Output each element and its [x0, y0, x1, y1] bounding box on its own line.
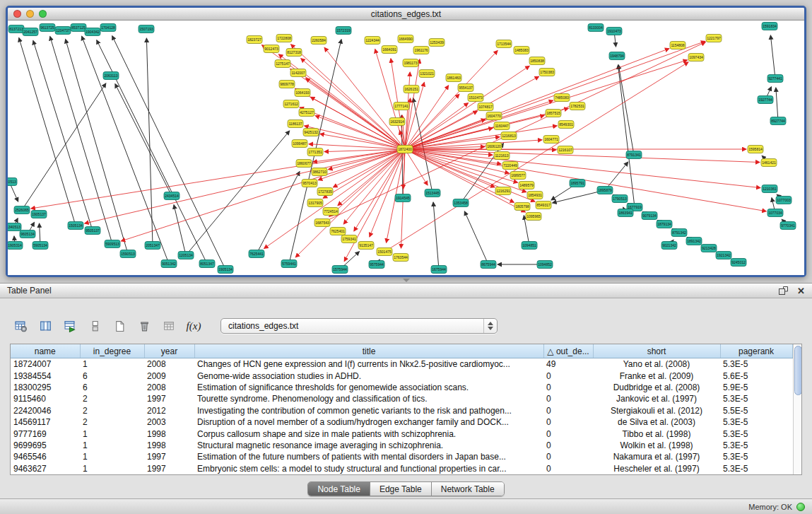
cell-out_degree[interactable]: 0: [543, 370, 593, 381]
graph-edge[interactable]: [22, 83, 106, 210]
graph-node[interactable]: 9135147: [358, 242, 374, 250]
graph-node[interactable]: 1216291: [495, 187, 511, 195]
cell-name[interactable]: 9465546: [11, 451, 80, 462]
cell-year[interactable]: 1997: [144, 463, 194, 474]
close-button[interactable]: [13, 10, 21, 18]
cell-in_degree[interactable]: 1: [80, 451, 144, 462]
cell-pagerank[interactable]: 5.3E-5: [720, 358, 792, 370]
cell-year[interactable]: 2003: [144, 416, 194, 428]
graph-node[interactable]: 9613725: [40, 24, 55, 32]
graph-node[interactable]: 1905137: [31, 211, 47, 218]
graph-node[interactable]: 1064193: [295, 89, 310, 97]
table-row[interactable]: 1872400712008Changes of HCN gene express…: [11, 358, 792, 370]
column-header-out_degree[interactable]: △ out_de...: [543, 344, 593, 358]
graph-node[interactable]: 9425132: [303, 129, 319, 136]
cell-out_degree[interactable]: 0: [543, 382, 593, 393]
close-panel-button[interactable]: ✕: [797, 286, 805, 296]
cell-in_degree[interactable]: 1: [80, 463, 144, 474]
graph-node[interactable]: 1094851: [522, 242, 537, 250]
cell-in_degree[interactable]: 1: [80, 428, 144, 439]
graph-edge[interactable]: [776, 88, 778, 121]
graph-node[interactable]: 1121613: [494, 152, 510, 160]
column-header-title[interactable]: title: [194, 344, 543, 358]
graph-node[interactable]: 1921342: [716, 252, 731, 259]
graph-edge[interactable]: [343, 149, 405, 224]
graph-node[interactable]: 1948794: [609, 52, 625, 60]
table-row[interactable]: 1938455462009Genome-wide association stu…: [11, 370, 792, 381]
graph-node[interactable]: 7220449: [502, 162, 518, 170]
graph-node[interactable]: 1321021: [419, 70, 435, 78]
graph-edge[interactable]: [618, 65, 635, 207]
graph-node[interactable]: 1210361: [762, 185, 777, 193]
graph-node[interactable]: 1790513: [612, 195, 628, 203]
graph-node[interactable]: 1317905: [307, 199, 323, 207]
cell-name[interactable]: 14569117: [11, 416, 80, 428]
graph-node[interactable]: 1861463: [446, 74, 461, 82]
graph-node[interactable]: 9505137: [85, 227, 100, 235]
cell-pagerank[interactable]: 5.5E-5: [720, 405, 792, 416]
graph-node[interactable]: 1675944: [431, 266, 447, 274]
graph-node[interactable]: 1340513: [8, 223, 21, 231]
cell-name[interactable]: 9777169: [11, 428, 80, 439]
table-row[interactable]: 977716911998Corpus callosum shape and si…: [11, 428, 792, 439]
graph-node[interactable]: 7625441: [249, 250, 264, 258]
graph-node[interactable]: 9570413: [302, 180, 317, 187]
graph-edge[interactable]: [19, 37, 76, 226]
graph-node[interactable]: 1513445: [425, 189, 440, 197]
cell-short[interactable]: de Silva et al. (2003): [593, 416, 720, 428]
cell-year[interactable]: 2009: [144, 370, 194, 381]
graph-node[interactable]: 1857515: [546, 110, 561, 117]
graph-node[interactable]: 1275147: [275, 60, 290, 68]
cell-short[interactable]: Hescheler et al. (1997): [593, 463, 720, 474]
table-row[interactable]: 1456911722003Disruption of a novel membe…: [11, 416, 792, 428]
graph-node[interactable]: 1186137: [288, 120, 303, 128]
cell-year[interactable]: 2012: [144, 405, 194, 416]
graph-node[interactable]: 1142007: [290, 69, 306, 77]
table-select-dropdown[interactable]: citations_edges.txt: [220, 318, 498, 334]
cell-pagerank[interactable]: 5.3E-5: [720, 440, 792, 451]
graph-node[interactable]: 2051347: [145, 242, 160, 250]
graph-node[interactable]: 1664990: [398, 35, 413, 43]
graph-node[interactable]: 1850838: [529, 57, 545, 65]
cell-in_degree[interactable]: 1: [80, 358, 144, 370]
cell-pagerank[interactable]: 5.3E-5: [720, 416, 792, 428]
graph-node[interactable]: 1927744: [758, 96, 773, 104]
graph-node[interactable]: 8791341: [626, 151, 642, 159]
graph-node[interactable]: 8549301: [558, 121, 574, 129]
graph-node[interactable]: 1507193: [139, 25, 154, 33]
graph-node[interactable]: 2526065: [14, 206, 30, 214]
cell-title[interactable]: Tourette syndrome. Phenomenology and cla…: [194, 393, 543, 404]
cell-in_degree[interactable]: 6: [80, 382, 144, 393]
cell-out_degree[interactable]: 0: [543, 393, 593, 404]
table-row[interactable]: 2242004622012Investigating the contribut…: [11, 405, 792, 416]
cell-in_degree[interactable]: 2: [80, 393, 144, 404]
graph-edge[interactable]: [354, 149, 405, 231]
graph-node[interactable]: 9809778: [279, 81, 295, 88]
graph-edge[interactable]: [370, 149, 405, 237]
graph-node[interactable]: 1704128: [100, 24, 116, 32]
graph-node[interactable]: 8791342: [671, 229, 687, 237]
cell-out_degree[interactable]: 0: [543, 405, 593, 416]
graph-node[interactable]: 1854931: [527, 192, 543, 199]
graph-node[interactable]: 1074817: [478, 103, 493, 111]
graph-node[interactable]: 9213428: [701, 245, 717, 252]
graph-node[interactable]: 1590513: [120, 250, 136, 258]
graph-node[interactable]: 1221797: [706, 35, 722, 42]
graph-node[interactable]: 1595814: [748, 146, 763, 153]
graph-node[interactable]: 1914545: [395, 194, 411, 202]
graph-edge[interactable]: [433, 202, 439, 269]
cell-short[interactable]: Yano et al. (2008): [593, 358, 720, 370]
graph-node[interactable]: 1097434: [688, 54, 704, 62]
cell-name[interactable]: 19384554: [11, 370, 80, 381]
graph-node[interactable]: 1154808: [670, 42, 686, 49]
cell-name[interactable]: 22420046: [11, 405, 80, 416]
graph-edge[interactable]: [257, 172, 300, 254]
table-columns-button[interactable]: [35, 316, 56, 336]
graph-edge[interactable]: [770, 35, 775, 78]
column-header-name[interactable]: name: [11, 344, 80, 358]
cell-year[interactable]: 2008: [144, 358, 194, 370]
graph-node[interactable]: 1895791: [570, 180, 585, 187]
cell-title[interactable]: Genome-wide association studies in ADHD.: [194, 370, 543, 381]
cell-in_degree[interactable]: 6: [80, 370, 144, 381]
graph-node[interactable]: 9605134: [20, 230, 35, 238]
